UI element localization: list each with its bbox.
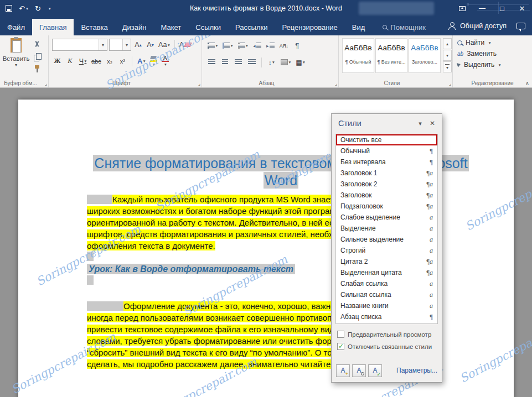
find-button[interactable]: Найти — [457, 39, 501, 46]
bold-button[interactable]: Ж — [52, 55, 63, 67]
bullets-button[interactable] — [206, 40, 219, 51]
font-dialog-launcher-icon[interactable] — [198, 81, 200, 86]
underline-button[interactable]: Ч — [78, 55, 88, 67]
maximize-icon[interactable] — [492, 0, 512, 17]
tab-design[interactable]: Дизайн — [115, 19, 154, 35]
format-painter-icon[interactable] — [34, 65, 40, 72]
replace-button[interactable]: Заменить — [457, 50, 501, 58]
pilcrow-icon — [295, 41, 299, 50]
disable-linked-styles-row[interactable]: Отключить связанные стили — [337, 343, 437, 350]
new-style-button[interactable]: А+ — [336, 364, 350, 377]
tab-home[interactable]: Главная — [32, 19, 74, 35]
font-name-combo[interactable]: ▾ — [52, 39, 107, 51]
gallery-scroll-down-icon[interactable]: ▾ — [443, 50, 452, 61]
style-item[interactable]: Заголовок¶а — [336, 190, 437, 201]
justify-button[interactable] — [246, 56, 257, 68]
decrease-indent-button[interactable]: ◂ — [252, 40, 262, 51]
style-item[interactable]: Цитата 2¶а — [336, 256, 437, 267]
tab-tell-me[interactable]: Помощник — [375, 19, 433, 35]
options-link[interactable]: Параметры... — [396, 367, 437, 374]
close-icon[interactable] — [512, 0, 532, 17]
align-right-button[interactable] — [233, 56, 244, 68]
collapse-ribbon-icon[interactable] — [525, 80, 529, 86]
style-item[interactable]: Слабое выделениеа — [336, 212, 437, 223]
paste-button[interactable]: Вставить ▾ — [2, 38, 30, 67]
styles-pane-close-icon[interactable] — [426, 117, 438, 129]
style-gallery-item-no-spacing[interactable]: АаБбВв ¶ Без инте... — [375, 38, 407, 73]
copy-icon[interactable] — [34, 53, 41, 60]
styles-pane-menu-icon[interactable] — [414, 117, 426, 129]
change-case-button[interactable]: Аа — [157, 39, 171, 51]
font-size-combo[interactable]: ▾ — [109, 39, 131, 51]
paragraph-dialog-launcher-icon[interactable] — [335, 81, 337, 86]
font-name-dropdown-icon[interactable]: ▾ — [99, 39, 107, 50]
style-item[interactable]: Название книгиа — [336, 300, 437, 311]
align-left-button[interactable] — [206, 56, 217, 68]
style-item[interactable]: Слабая ссылкаа — [336, 278, 437, 289]
share-button[interactable]: Общий доступ — [460, 22, 507, 30]
align-center-button[interactable] — [220, 56, 230, 68]
style-item[interactable]: Сильное выделениеа — [336, 234, 437, 245]
paste-label: Вставить — [3, 55, 30, 62]
text-effects-button[interactable]: А — [136, 55, 147, 67]
style-gallery-item-normal[interactable]: АаБбВв ¶ Обычный — [342, 38, 374, 73]
sort-button[interactable] — [278, 40, 290, 51]
line-spacing-button[interactable] — [266, 56, 277, 68]
clear-formatting-button[interactable]: А — [178, 39, 192, 51]
style-item[interactable]: Обычный¶ — [336, 145, 437, 156]
disable-linked-styles-checkbox[interactable] — [337, 343, 344, 350]
font-size-dropdown-icon[interactable]: ▾ — [122, 39, 131, 50]
style-inspector-button[interactable]: А — [352, 364, 366, 377]
increase-indent-button[interactable]: ▸ — [265, 40, 276, 51]
preview-checkbox-row[interactable]: Предварительный просмотр — [337, 331, 437, 338]
numbering-button[interactable] — [221, 40, 234, 51]
ribbon-display-options-icon[interactable] — [452, 0, 472, 17]
redo-icon[interactable] — [35, 4, 41, 13]
tab-insert[interactable]: Вставка — [74, 19, 115, 35]
minimize-icon[interactable] — [472, 0, 492, 17]
tab-references[interactable]: Ссылки — [188, 19, 228, 35]
paste-dropdown-icon[interactable]: ▾ — [15, 62, 17, 67]
highlight-color-button[interactable] — [149, 55, 158, 67]
tab-layout[interactable]: Макет — [153, 19, 188, 35]
gallery-scroll-up-icon[interactable]: ▴ — [443, 38, 452, 49]
subscript-button[interactable]: x₂ — [105, 55, 115, 67]
cut-icon[interactable] — [33, 41, 41, 48]
style-gallery-item-heading[interactable]: АаБбВв Заголово... — [409, 38, 441, 73]
style-item-clear-all[interactable]: Очистить все — [336, 134, 437, 145]
style-item[interactable]: Подзаголовок¶а — [336, 201, 437, 212]
manage-styles-button[interactable]: А✓ — [368, 364, 382, 377]
style-item[interactable]: Заголовок 2¶а — [336, 179, 437, 190]
comment-icon[interactable] — [516, 23, 525, 29]
tab-review[interactable]: Рецензирование — [275, 19, 344, 35]
tab-view[interactable]: Вид — [345, 19, 373, 35]
show-marks-button[interactable] — [292, 40, 302, 51]
shading-button[interactable] — [280, 56, 292, 68]
styles-dialog-launcher-icon[interactable] — [449, 81, 451, 86]
shrink-font-button[interactable]: А — [145, 39, 156, 51]
select-button[interactable]: Выделить — [457, 61, 501, 69]
font-color-button[interactable]: А — [161, 55, 170, 67]
style-item[interactable]: Выделениеа — [336, 223, 437, 234]
italic-button[interactable]: К — [65, 55, 75, 67]
save-icon[interactable] — [6, 5, 12, 12]
borders-button[interactable] — [295, 56, 306, 68]
tab-file[interactable]: Файл — [0, 19, 32, 35]
preview-checkbox[interactable] — [337, 331, 344, 338]
strikethrough-button[interactable]: abc — [90, 55, 102, 67]
multilevel-list-button[interactable] — [237, 40, 249, 51]
style-item[interactable]: Без интервала¶ — [336, 156, 437, 168]
style-item[interactable]: Заголовок 1¶а — [336, 168, 437, 179]
undo-icon[interactable] — [19, 4, 28, 13]
grow-font-button[interactable]: А — [133, 39, 143, 51]
clipboard-dialog-launcher-icon[interactable] — [45, 81, 47, 86]
gallery-more-icon[interactable]: ▾ — [443, 61, 452, 72]
style-item[interactable]: Абзац списка¶ — [336, 311, 437, 322]
style-item[interactable]: Выделенная цитата¶а — [336, 267, 437, 278]
superscript-button[interactable]: x² — [117, 55, 128, 67]
style-item[interactable]: Строгийа — [336, 245, 437, 256]
lesson-link[interactable]: Урок: Как в Ворде отформатировать текст — [87, 264, 295, 274]
tab-mailings[interactable]: Рассылки — [228, 19, 275, 35]
customize-qat-icon[interactable] — [48, 6, 51, 11]
style-item[interactable]: Сильная ссылкаа — [336, 289, 437, 300]
